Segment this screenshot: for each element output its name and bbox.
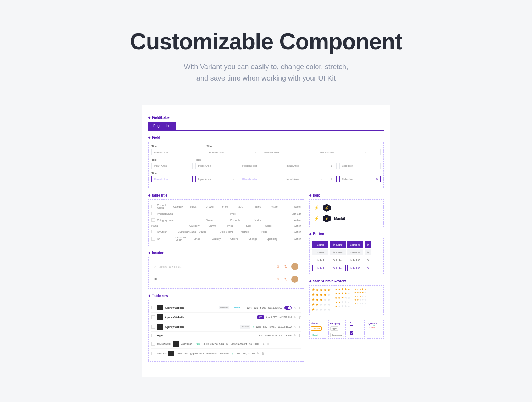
select-input-area[interactable]: Input Area⌄ [284, 163, 325, 169]
checkbox[interactable] [151, 237, 155, 241]
checkbox-empty[interactable] [350, 325, 353, 329]
delete-icon[interactable]: 🗑 [298, 334, 301, 337]
star-rating[interactable]: ★★★★★ [312, 303, 331, 307]
table-row: ID12345Zaire Dias@gmail.comIndonesia50 O… [151, 349, 301, 358]
logo-variants: ⚡ ⚡ ⚡ ⚡ Maxkit [309, 199, 384, 227]
select-placeholder[interactable]: Placeholder⌄ [317, 149, 370, 155]
star-rating[interactable]: ★★★★★ [312, 298, 331, 302]
star-rating[interactable]: ★★★★★ [335, 288, 350, 291]
notification-icon[interactable]: ✉ [276, 264, 281, 269]
hero-section: Customizable Component With Variant you … [0, 0, 532, 84]
edit-icon[interactable]: ✎ [294, 325, 296, 329]
checkbox-checked[interactable]: ✓ [350, 331, 353, 335]
download-icon[interactable]: ⬇ [262, 342, 265, 346]
select-active[interactable]: Input Area⌄ [195, 176, 237, 182]
avatar[interactable] [291, 276, 298, 283]
checkbox[interactable] [151, 342, 155, 346]
star-rating[interactable]: ★★★★★ [312, 308, 331, 312]
table-header-row: Category nameStocksProductsVariantAction [151, 217, 301, 223]
delete-icon[interactable]: 🗑 [298, 306, 301, 309]
section-star-review: Star Submit Review [309, 279, 384, 283]
plus-icon: ⊕ [367, 243, 369, 246]
thumbnail [157, 305, 163, 310]
avatar[interactable] [291, 263, 298, 270]
button-outline[interactable]: ⊕ [365, 265, 371, 271]
input-area[interactable]: Input Area [151, 163, 193, 169]
star-rating[interactable]: ★★★★★ [354, 291, 366, 294]
star-rating[interactable]: ★★★★★ [354, 288, 366, 290]
search-icon: ⌕ [154, 265, 156, 269]
input-small[interactable] [372, 149, 381, 155]
edit-icon[interactable]: ✎ [294, 316, 296, 319]
delete-icon[interactable]: 🗑 [298, 316, 301, 319]
checkbox[interactable] [151, 212, 155, 215]
delete-icon[interactable]: 🗑 [298, 325, 301, 329]
search-input[interactable]: Search anything... [159, 265, 273, 268]
plus-icon: ⊕ [333, 266, 335, 270]
input-active[interactable]: Placeholder [240, 176, 281, 182]
button-filled-icon-right[interactable]: Label⊕ [347, 241, 363, 248]
checkbox[interactable] [151, 325, 155, 329]
toggle-switch[interactable] [284, 306, 292, 310]
input-placeholder[interactable]: Placeholder [240, 163, 281, 169]
star-rating[interactable]: ★★★★★ [335, 305, 350, 308]
category-badge: Dashboard [330, 333, 344, 337]
button-filled-icon[interactable]: ⊕ [365, 241, 371, 248]
checkbox[interactable] [151, 205, 155, 208]
input-placeholder[interactable]: Placeholder [151, 149, 204, 155]
input-number[interactable]: 1 [328, 163, 337, 169]
checkbox[interactable] [151, 352, 155, 355]
section-table-title: table title [148, 193, 304, 197]
checkbox[interactable] [151, 218, 155, 222]
star-rating[interactable]: ★★★★★ [354, 298, 366, 301]
checkbox[interactable] [151, 230, 155, 233]
chevron-down-icon: ⌄ [232, 164, 234, 167]
refresh-icon[interactable]: ↻ [283, 277, 288, 282]
button-outline[interactable]: Label⊕ [347, 265, 363, 271]
input-active[interactable]: Placeholder [151, 176, 193, 182]
button-disabled: ⊕Label [330, 249, 346, 255]
edit-icon[interactable]: ✎ [257, 352, 259, 355]
button-filled-icon-left[interactable]: ⊕Label [330, 241, 346, 248]
button-filled[interactable]: Label [312, 241, 328, 248]
button-ghost[interactable]: Label [312, 257, 328, 263]
input-selection-active[interactable]: Selection⊗ [339, 176, 381, 182]
checkbox[interactable] [151, 315, 155, 319]
select-placeholder[interactable]: Placeholder⌄ [207, 149, 259, 155]
close-icon[interactable]: ⊗ [376, 178, 378, 181]
checkbox[interactable] [151, 306, 155, 309]
notification-icon[interactable]: ✉ [276, 277, 281, 282]
checkbox[interactable] [151, 334, 155, 337]
edit-icon[interactable]: ✎ [294, 334, 296, 337]
delete-icon[interactable]: 🗑 [267, 342, 270, 346]
select-input-area[interactable]: Input Area⌄ [195, 163, 237, 169]
refresh-icon[interactable]: ↻ [283, 264, 288, 269]
hamburger-icon[interactable]: ≡ [154, 277, 157, 282]
star-rating[interactable]: ★★★★★ [335, 292, 350, 295]
star-rating[interactable]: ★★★★★ [354, 295, 366, 297]
button-outline[interactable]: ⊕Label [330, 265, 346, 271]
button-outline[interactable]: Label [312, 265, 328, 271]
input-placeholder[interactable]: Placeholder [262, 149, 314, 155]
plus-icon: ⊕ [333, 243, 335, 246]
star-rating[interactable]: ★★★★★ [312, 293, 331, 297]
star-rating[interactable]: ★★★★★ [335, 301, 350, 304]
page-label-tab[interactable]: Page Label [148, 122, 384, 130]
button-ghost[interactable]: Label⊕ [347, 257, 363, 263]
button-ghost[interactable]: ⊕ [365, 257, 371, 263]
chevron-down-icon: ⌄ [254, 151, 256, 154]
input-number-active[interactable]: 1 [328, 176, 337, 182]
logo-row: ⚡ ⚡ Maxkit [312, 213, 381, 224]
chevron-down-icon: ⌄ [321, 164, 323, 167]
star-rating[interactable]: ★★★★★ [354, 302, 366, 304]
select-active[interactable]: Input Area⌄ [284, 176, 325, 182]
star-rating[interactable]: ★★★★★ [312, 288, 331, 292]
star-rating[interactable]: ★★★★★ [335, 296, 350, 299]
header-search-row: ⌕ Search anything... ✉ ↻ [151, 260, 301, 273]
plus-icon: ⊕ [358, 266, 360, 270]
hero-subtitle: With Variant you can easily to, change c… [0, 61, 532, 84]
input-selection[interactable]: Selection [339, 163, 381, 169]
button-ghost[interactable]: ⊕Label [330, 257, 346, 263]
edit-icon[interactable]: ✎ [294, 306, 296, 309]
delete-icon[interactable]: 🗑 [261, 352, 264, 355]
